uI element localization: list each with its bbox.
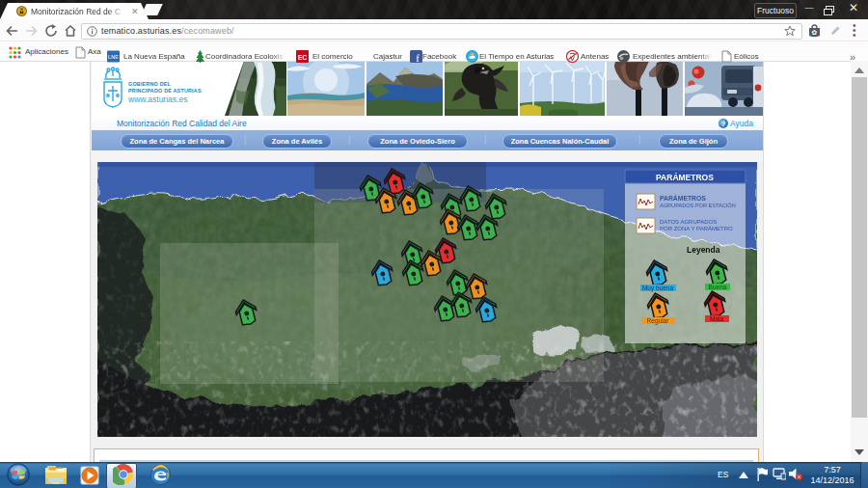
svg-text:EC: EC (298, 54, 308, 61)
svg-text:PARÁMETROS: PARÁMETROS (656, 173, 714, 182)
svg-text:✿: ✿ (812, 29, 818, 36)
svg-text:Leyenda: Leyenda (687, 245, 720, 255)
svg-text:LNE: LNE (108, 54, 119, 60)
svg-text:PARÁMETROS: PARÁMETROS (660, 194, 706, 202)
svg-text:?: ? (721, 119, 726, 127)
svg-text:Regular: Regular (647, 317, 670, 325)
svg-text:f: f (416, 52, 420, 64)
svg-text:Mala: Mala (710, 315, 723, 322)
svg-text:AGRUPADOS POR ESTACIÓN: AGRUPADOS POR ESTACIÓN (660, 203, 736, 208)
svg-text:POR ZONA Y PARÁMETRO: POR ZONA Y PARÁMETRO (660, 226, 733, 231)
svg-text:DATOS AGRUPADOS: DATOS AGRUPADOS (660, 219, 717, 225)
svg-text:Muy buena: Muy buena (642, 285, 674, 292)
svg-text:Buena: Buena (709, 284, 727, 290)
